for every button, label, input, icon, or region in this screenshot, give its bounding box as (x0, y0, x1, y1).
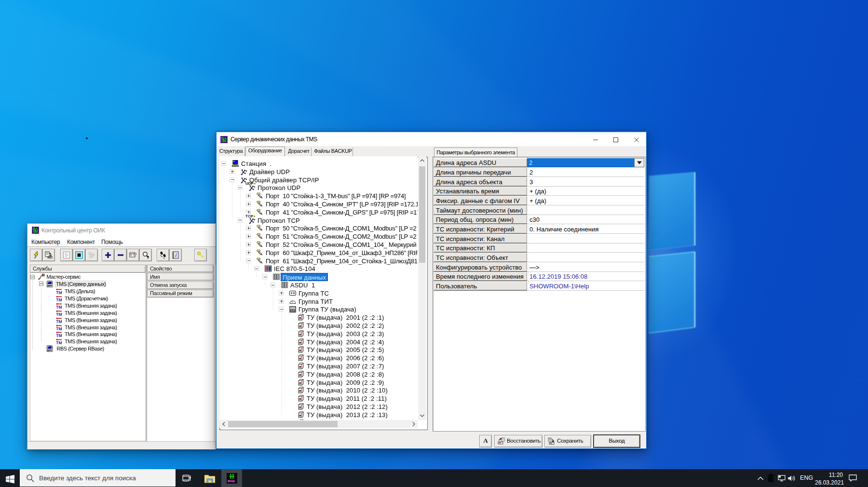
svg-text:TM: TM (56, 312, 62, 316)
svg-text:?: ? (147, 255, 149, 259)
svg-text:TM: TM (56, 326, 62, 331)
svg-text:TM: TM (56, 298, 62, 302)
svg-text:TM: TM (56, 333, 62, 338)
svg-text:TM: TM (56, 319, 62, 324)
svg-text:i: i (176, 253, 177, 258)
svg-text:TM: TM (56, 340, 62, 345)
svg-text:TM: TM (56, 290, 62, 295)
svg-text:TM: TM (56, 305, 62, 309)
